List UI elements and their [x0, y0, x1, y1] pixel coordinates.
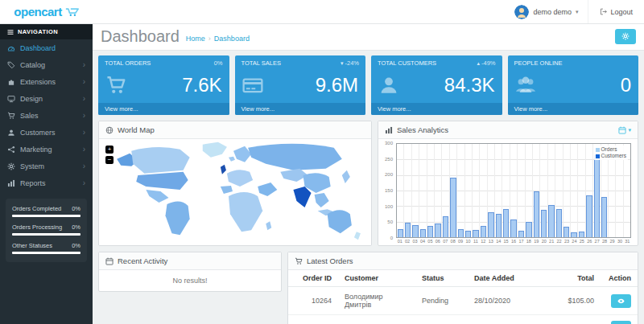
x-tick-label: 12 [480, 239, 487, 244]
sidebar-item-design[interactable]: Design› [0, 90, 93, 107]
latest-orders-table: Order IDCustomerStatusDate AddedTotalAct… [288, 270, 638, 324]
recent-activity-empty: No results! [99, 270, 281, 291]
orders-bar [473, 230, 478, 237]
x-tick-label: 05 [427, 239, 434, 244]
sidebar-item-extensions[interactable]: Extensions› [0, 73, 93, 90]
view-order-button[interactable] [611, 321, 631, 324]
chart-legend: OrdersCustomers [594, 146, 628, 160]
chevron-right-icon: › [83, 61, 85, 69]
view-more-link[interactable]: View more... [235, 103, 366, 115]
stat-tiles: TOTAL ORDERS0%7.6KView more...TOTAL SALE… [98, 55, 638, 115]
gauge-icon [7, 44, 15, 52]
x-tick-label: 07 [442, 239, 449, 244]
sidebar-item-sales[interactable]: Sales› [0, 107, 93, 124]
sidebar-item-reports[interactable]: Reports› [0, 174, 93, 191]
calendar-icon [105, 257, 114, 265]
legend-swatch [596, 154, 600, 158]
top-bar: opencart demo demo ▾ Logout [0, 0, 644, 24]
breadcrumb-dashboard-link[interactable]: Dashboard [214, 35, 250, 43]
tile-total-orders: TOTAL ORDERS0%7.6KView more... [98, 55, 229, 115]
gear-icon [621, 32, 630, 40]
calendar-icon [618, 126, 626, 134]
view-order-button[interactable] [611, 294, 631, 308]
x-tick-label: 10 [464, 239, 472, 244]
x-tick-label: 13 [487, 239, 494, 244]
x-tick-label: 29 [609, 239, 616, 244]
x-tick-label: 20 [540, 239, 547, 244]
y-tick-label: 300 [385, 141, 393, 146]
breadcrumb-home-link[interactable]: Home [186, 35, 205, 43]
chart-bar-slot [586, 144, 593, 237]
chevron-down-icon: ▾ [628, 127, 631, 133]
sidebar-item-system[interactable]: System› [0, 158, 93, 174]
chart-bar-slot [488, 144, 495, 237]
x-tick-label: 15 [502, 239, 510, 244]
chart-bar-slot [404, 144, 411, 237]
view-more-link[interactable]: View more... [98, 103, 229, 115]
bars-icon [7, 179, 15, 187]
logout-button[interactable]: Logout [588, 0, 644, 23]
view-more-link[interactable]: View more... [371, 103, 502, 115]
breadcrumb: Home › Dashboard [186, 35, 250, 43]
total-cell: $105.00 [544, 315, 601, 324]
sidebar-item-catalog[interactable]: Catalog› [0, 56, 93, 73]
sales-analytics-header: Sales Analytics ▾ [378, 121, 638, 139]
column-header-customer: Customer [338, 270, 415, 287]
logout-icon [600, 8, 607, 15]
view-more-link[interactable]: View more... [508, 103, 639, 115]
sidebar-stat-orders-completed: Orders Completed0% [12, 205, 80, 217]
tile-title: PEOPLE ONLINE [514, 59, 563, 67]
stat-label: Other Statuses [12, 242, 52, 249]
progress-bar [12, 233, 80, 236]
tile-title: TOTAL CUSTOMERS [378, 59, 436, 67]
map-zoom-in-button[interactable]: + [105, 146, 114, 154]
sidebar-stats-panel: Orders Completed0%Orders Processing0%Oth… [6, 199, 87, 262]
sidebar-item-label: Design [20, 95, 43, 103]
orders-bar [571, 232, 576, 237]
cart-icon [105, 75, 126, 96]
user-menu[interactable]: demo demo ▾ [505, 0, 588, 23]
order-row: 10262fatimah mustafaPending28/10/2020$10… [288, 315, 638, 324]
chart-range-dropdown-button[interactable]: ▾ [618, 126, 631, 134]
tile-total-sales: TOTAL SALES▾ -24%9.6MView more... [235, 55, 366, 115]
orders-bar [579, 232, 584, 237]
chart-bar-slot [548, 144, 555, 237]
dashboard-settings-button[interactable] [615, 29, 636, 44]
sidebar-item-label: Extensions [20, 78, 56, 86]
customer-cell: fatimah mustafa [338, 315, 415, 324]
caret-down-icon: ▾ [341, 60, 344, 66]
legend-entry: Orders [596, 146, 626, 153]
sidebar-item-dashboard[interactable]: Dashboard [0, 39, 93, 56]
x-tick-label: 23 [563, 239, 570, 244]
y-tick-label: 200 [385, 172, 393, 177]
order-id-cell: 10264 [288, 287, 338, 315]
chart-bar-slot [502, 144, 510, 237]
column-header-status: Status [415, 270, 468, 287]
latest-orders-header: Latest Orders [288, 252, 638, 270]
legend-swatch [596, 148, 600, 152]
progress-bar [12, 252, 80, 254]
tile-value: 0 [621, 76, 631, 95]
sidebar-item-marketing[interactable]: Marketing› [0, 141, 93, 158]
table-header-row: Order IDCustomerStatusDate AddedTotalAct… [288, 270, 638, 287]
gear-icon [7, 162, 15, 170]
x-tick-label: 21 [547, 239, 555, 244]
chart-bar-slot [571, 144, 578, 237]
tile-percent: 0% [214, 59, 223, 67]
map-zoom-out-button[interactable]: − [105, 156, 114, 164]
sidebar-item-customers[interactable]: Customers› [0, 124, 93, 141]
bar-chart-icon [385, 126, 393, 134]
sidebar-item-label: Sales [20, 112, 39, 120]
stat-value: 0% [72, 224, 80, 231]
sidebar: NAVIGATION DashboardCatalog›Extensions›D… [0, 24, 93, 324]
chevron-right-icon: › [83, 162, 85, 170]
orders-bar [398, 229, 403, 237]
sidebar-stat-orders-processing: Orders Processing0% [12, 224, 80, 236]
page-header: Dashboard Home › Dashboard [93, 24, 644, 51]
avatar [514, 5, 529, 19]
stat-label: Orders Processing [12, 224, 62, 231]
orders-bar [601, 197, 607, 237]
opencart-logo[interactable]: opencart [0, 0, 93, 23]
tile-percent: ▴ -49% [477, 59, 495, 67]
chart-bar-slot [473, 144, 480, 237]
